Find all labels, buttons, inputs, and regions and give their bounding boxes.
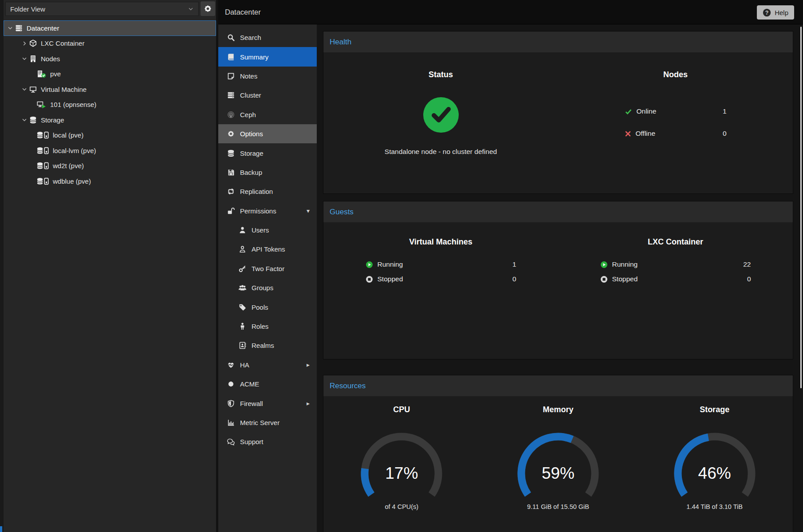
stat-value: 1 — [512, 260, 516, 268]
menu-item-permissions[interactable]: Permissions▾ — [218, 201, 317, 221]
guests-title: Guests — [330, 208, 354, 216]
gear-icon — [226, 130, 236, 138]
stat-row-running: Running1 — [366, 258, 516, 271]
gauge-subtext: 1.44 TiB of 3.10 TiB — [636, 503, 793, 510]
menu-item-summary[interactable]: Summary — [218, 47, 317, 66]
guests-panel-header: Guests — [323, 201, 793, 222]
tree-item-label: wd2t (pve) — [53, 162, 84, 169]
help-button[interactable]: ? Help — [757, 5, 794, 20]
tree-item-lxc-container[interactable]: LXC Container — [4, 36, 216, 51]
menu-item-ha[interactable]: HA▸ — [218, 355, 317, 374]
gauge-subtext: 9.11 GiB of 15.50 GiB — [480, 503, 637, 510]
db-drive-icon — [37, 131, 49, 139]
tree-item-pve[interactable]: pve — [4, 67, 216, 82]
play-circle-icon — [600, 261, 608, 268]
tree-item-label: Storage — [41, 116, 64, 124]
person-icon — [238, 323, 247, 330]
menu-item-storage[interactable]: Storage — [218, 143, 317, 162]
menu-item-two-factor[interactable]: Two Factor — [218, 259, 317, 278]
menu-item-cluster[interactable]: Cluster — [218, 86, 317, 105]
stat-label: Running — [378, 260, 403, 268]
menu-item-ceph[interactable]: Ceph — [218, 105, 317, 124]
stat-value: 0 — [512, 275, 516, 283]
gauge-title: CPU — [323, 396, 480, 414]
menu-item-metric-server[interactable]: Metric Server — [218, 413, 317, 432]
tree-item-label: Datacenter — [27, 24, 59, 32]
tree-item-wdblue-pve[interactable]: wdblue (pve) — [4, 173, 216, 189]
menu-item-replication[interactable]: Replication — [218, 182, 317, 201]
health-panel-header: Health — [323, 32, 793, 52]
status-ok-icon — [422, 96, 460, 134]
stat-label: Offline — [636, 130, 656, 138]
seal-icon — [226, 380, 236, 388]
tree-item-virtual-machine[interactable]: Virtual Machine — [4, 82, 216, 97]
menu-item-groups[interactable]: Groups — [218, 278, 317, 297]
menu-item-acme[interactable]: ACME — [218, 374, 317, 394]
guests-panel: Guests Virtual MachinesRunning1Stopped0L… — [323, 201, 793, 359]
tree-item-local-lvm-pve[interactable]: local-lvm (pve) — [4, 143, 216, 158]
view-selector[interactable]: Folder View — [5, 2, 199, 16]
menu-item-pools[interactable]: Pools — [218, 297, 317, 316]
datacenter-menu: SearchSummaryNotesClusterCephOptionsStor… — [218, 24, 317, 452]
menu-item-options[interactable]: Options — [218, 124, 317, 143]
gauge-arc: 59% — [512, 432, 605, 500]
guest-rows: Running22Stopped0 — [600, 258, 751, 285]
address-book-icon — [238, 342, 247, 349]
user-outline-icon — [238, 245, 247, 253]
menu-item-label: Firewall — [240, 400, 263, 407]
note-icon — [226, 72, 236, 80]
tree-settings-button[interactable] — [201, 1, 215, 16]
chevron-down-icon — [20, 55, 29, 62]
floppy-icon — [226, 169, 236, 176]
stat-value: 0 — [747, 275, 751, 283]
menu-item-realms[interactable]: Realms — [218, 336, 317, 355]
menu-item-label: Support — [240, 438, 264, 445]
key-icon — [238, 265, 247, 272]
ceph-icon — [226, 111, 236, 118]
nodes-rows: Online1Offline0 — [625, 105, 727, 140]
db-drive-icon — [37, 177, 49, 185]
menu-item-label: Summary — [240, 53, 268, 61]
menu-item-search[interactable]: Search — [218, 28, 317, 47]
menu-item-users[interactable]: Users — [218, 221, 317, 240]
building-check-icon — [37, 70, 46, 78]
menu-item-label: Ceph — [240, 111, 256, 118]
tree-item-label: Virtual Machine — [41, 86, 87, 93]
servers-icon — [15, 24, 23, 32]
menu-item-label: Groups — [252, 284, 273, 292]
menu-item-backup[interactable]: Backup — [218, 163, 317, 182]
nodes-title: Nodes — [558, 52, 793, 79]
shield-icon — [226, 400, 236, 407]
tree-item-local-pve[interactable]: local (pve) — [4, 128, 216, 143]
gauge-arc: 17% — [355, 432, 448, 500]
menu-item-firewall[interactable]: Firewall▸ — [218, 394, 317, 413]
stop-circle-icon — [366, 276, 373, 283]
stat-label: Online — [637, 107, 657, 115]
guests-body: Virtual MachinesRunning1Stopped0LXC Cont… — [323, 222, 793, 359]
corner-accent — [0, 526, 2, 532]
menu-item-support[interactable]: Support — [218, 432, 317, 451]
tree-item-101-opnsense[interactable]: 101 (opnsense) — [4, 97, 216, 113]
book-icon — [226, 53, 236, 61]
tree-item-datacenter[interactable]: Datacenter — [4, 20, 216, 36]
monitor-play-icon — [37, 101, 46, 108]
building-icon — [29, 55, 37, 63]
tree-item-storage[interactable]: Storage — [4, 112, 216, 128]
guest-column-title: Virtual Machines — [323, 222, 558, 247]
tree-item-label: Nodes — [41, 55, 60, 63]
tree-item-nodes[interactable]: Nodes — [4, 51, 216, 67]
menu-item-api-tokens[interactable]: API Tokens — [218, 240, 317, 259]
stat-row-online: Online1 — [625, 105, 727, 118]
tree-item-wd2t-pve[interactable]: wd2t (pve) — [4, 158, 216, 174]
menu-item-label: Cluster — [240, 91, 261, 99]
menu-item-label: ACME — [240, 380, 259, 388]
scrollbar-thumb[interactable] — [800, 27, 802, 388]
menu-item-roles[interactable]: Roles — [218, 317, 317, 336]
menu-item-notes[interactable]: Notes — [218, 67, 317, 86]
tree-item-label: 101 (opnsense) — [50, 101, 96, 108]
gear-icon — [204, 4, 212, 13]
menu-item-label: Options — [240, 130, 263, 138]
comments-icon — [226, 438, 236, 445]
menu-item-label: Realms — [252, 342, 274, 349]
menu-item-label: HA — [240, 361, 249, 369]
